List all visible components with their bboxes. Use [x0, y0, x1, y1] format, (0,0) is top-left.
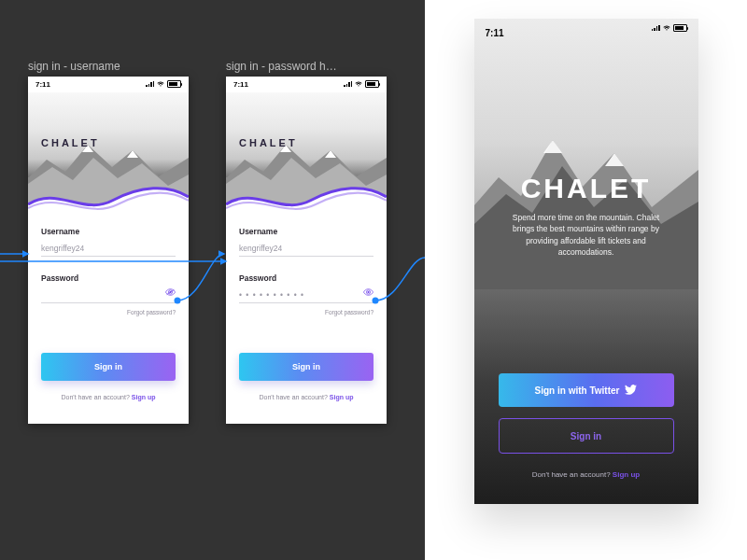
password-field[interactable]: [239, 288, 374, 303]
signup-link[interactable]: Sign up: [132, 394, 156, 400]
twitter-btn-label: Sign in with Twitter: [535, 385, 620, 396]
signup-link[interactable]: Sign up: [613, 470, 640, 479]
forgot-password-link[interactable]: Forgot password?: [41, 309, 176, 315]
battery-icon: [167, 80, 181, 88]
password-label: Password: [41, 273, 176, 283]
battery-icon: [365, 80, 379, 88]
username-field[interactable]: [41, 242, 176, 257]
signup-line: Don't have an account? Sign up: [226, 394, 387, 400]
wifi-icon: [157, 81, 164, 87]
artboard-label-1: sign in - username: [28, 60, 120, 73]
artboard-signin-username[interactable]: 7:11 CHALET Username Password: [28, 77, 189, 424]
onboarding-screen[interactable]: 7:11 CHALET Spend more time on the mount…: [474, 19, 698, 504]
app-tagline: Spend more time on the mountain. Chalet …: [502, 212, 670, 258]
signup-line: Don't have an account? Sign up: [28, 394, 189, 400]
status-time: 7:11: [35, 80, 50, 89]
status-time: 7:11: [233, 80, 248, 89]
signup-prompt: Don't have an account?: [260, 394, 328, 400]
artboard-label-2: sign in - password h…: [226, 60, 337, 73]
username-label: Username: [239, 227, 374, 236]
app-title: CHALET: [499, 173, 674, 204]
password-label: Password: [239, 273, 374, 283]
eye-icon[interactable]: [363, 283, 374, 300]
brand-logo: CHALET: [41, 137, 100, 148]
hero-image: CHALET: [226, 92, 387, 214]
signup-link[interactable]: Sign up: [330, 394, 354, 400]
hero-image: CHALET: [28, 92, 189, 214]
username-label: Username: [41, 227, 176, 236]
signin-button[interactable]: Sign in: [239, 353, 374, 381]
preview-pane: 7:11 CHALET Spend more time on the mount…: [425, 0, 747, 560]
design-canvas[interactable]: sign in - username sign in - password h……: [0, 0, 425, 560]
signup-prompt: Don't have an account?: [62, 394, 130, 400]
signal-icon: [344, 81, 352, 88]
signin-button[interactable]: Sign in: [41, 353, 176, 381]
signal-icon: [146, 81, 154, 88]
signin-button[interactable]: Sign in: [499, 418, 674, 454]
twitter-signin-button[interactable]: Sign in with Twitter: [499, 373, 674, 407]
username-field[interactable]: [239, 242, 374, 257]
status-bar: 7:11: [226, 77, 387, 92]
password-field[interactable]: [41, 288, 176, 303]
eye-icon[interactable]: [165, 283, 176, 300]
forgot-password-link[interactable]: Forgot password?: [239, 309, 374, 315]
wifi-icon: [355, 81, 362, 87]
signup-line: Don't have an account? Sign up: [499, 470, 674, 479]
twitter-icon: [625, 385, 637, 397]
svg-point-2: [367, 291, 369, 293]
brand-logo: CHALET: [239, 137, 298, 148]
artboard-signin-password[interactable]: 7:11 CHALET Username Password: [226, 77, 387, 424]
status-bar: 7:11: [28, 77, 189, 92]
signup-prompt: Don't have an account?: [532, 470, 611, 479]
